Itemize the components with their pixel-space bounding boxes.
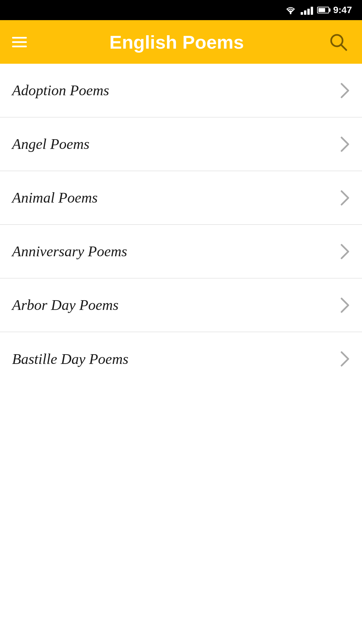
chevron-right-icon	[340, 190, 350, 206]
app-bar: English Poems	[0, 20, 362, 64]
svg-line-3	[341, 45, 346, 50]
poem-item-anniversary[interactable]: Anniversary Poems	[0, 225, 362, 278]
poem-item-animal[interactable]: Animal Poems	[0, 171, 362, 225]
menu-line-middle	[12, 41, 27, 43]
chevron-right-icon	[340, 136, 350, 153]
search-icon	[328, 32, 348, 52]
app-title: English Poems	[40, 31, 313, 53]
poem-item-label: Anniversary Poems	[12, 243, 127, 260]
signal-bars-icon	[301, 5, 313, 15]
poem-item-label: Bastille Day Poems	[12, 351, 128, 368]
poem-item-label: Adoption Poems	[12, 82, 109, 99]
search-button[interactable]	[326, 30, 350, 54]
poem-item-arbor-day[interactable]: Arbor Day Poems	[0, 278, 362, 332]
status-bar: 9:47	[0, 0, 362, 20]
poem-item-label: Arbor Day Poems	[12, 297, 119, 314]
chevron-right-icon	[340, 351, 350, 367]
svg-point-0	[290, 13, 291, 14]
poem-list: Adoption Poems Angel Poems Animal Poems …	[0, 64, 362, 386]
menu-button[interactable]	[12, 37, 27, 47]
menu-line-top	[12, 37, 27, 39]
poem-item-bastille-day[interactable]: Bastille Day Poems	[0, 332, 362, 386]
poem-item-label: Angel Poems	[12, 136, 89, 153]
status-icons: 9:47	[285, 5, 352, 15]
status-time: 9:47	[333, 5, 352, 15]
poem-item-label: Animal Poems	[12, 189, 98, 206]
menu-line-bottom	[12, 46, 27, 47]
battery-icon	[317, 7, 329, 13]
chevron-right-icon	[340, 82, 350, 99]
wifi-icon	[285, 5, 297, 15]
chevron-right-icon	[340, 297, 350, 314]
chevron-right-icon	[340, 243, 350, 260]
svg-point-2	[333, 37, 341, 45]
poem-item-angel[interactable]: Angel Poems	[0, 117, 362, 171]
poem-item-adoption[interactable]: Adoption Poems	[0, 64, 362, 117]
